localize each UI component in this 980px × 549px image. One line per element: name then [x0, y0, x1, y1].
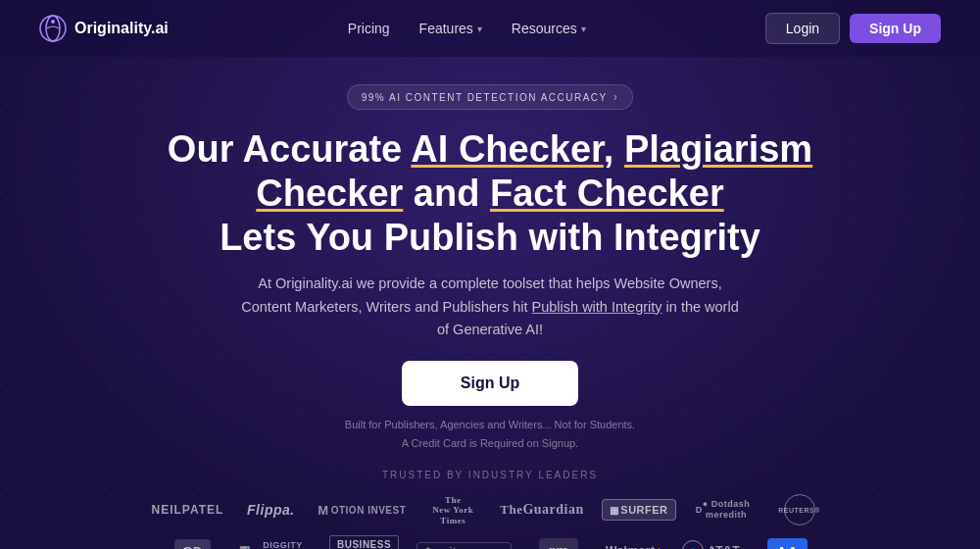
logo-gd: GD [163, 539, 221, 549]
navbar: Originality.ai Pricing Features ▾ Resour… [0, 0, 980, 57]
logos-row-2: GD 📊DIGGITYMARKETING BUSINESSINSIDER ✎ w… [39, 535, 941, 549]
logo[interactable]: Originality.ai [39, 15, 169, 42]
logo-guardian: TheGuardian [500, 502, 584, 518]
svg-point-0 [40, 16, 66, 41]
logo-diggity: 📊DIGGITYMARKETING [239, 540, 312, 549]
logo-surfer: ▦ SURFER [602, 499, 676, 521]
logo-walmart: Walmart✦ [606, 544, 664, 549]
logo-businessinsider: BUSINESSINSIDER [329, 535, 399, 549]
logo-aa: AA [759, 538, 817, 549]
login-button[interactable]: Login [765, 13, 840, 44]
signup-button-wrapper: Sign Up [39, 361, 941, 416]
logo-text: Originality.ai [74, 20, 169, 37]
badge-arrow-icon: › [613, 90, 619, 104]
logo-neilpatel: NEILPATEL [151, 503, 223, 517]
trusted-label: TRUSTED BY INDUSTRY LEADERS [39, 470, 941, 480]
nav-links: Pricing Features ▾ Resources ▾ [336, 15, 598, 42]
logos-row-1: NEILPATEL Flippa. MOTION INVEST TheNew Y… [39, 494, 941, 525]
hero-fine-print: Built for Publishers, Agencies and Write… [39, 416, 941, 452]
logo-flippa: Flippa. [241, 502, 300, 518]
resources-chevron-icon: ▾ [581, 24, 586, 34]
nav-actions: Login Sign Up [765, 13, 941, 44]
hero-subtitle: At Originality.ai we provide a complete … [235, 273, 745, 341]
hero-section: 99% AI CONTENT DETECTION ACCURACY › Our … [0, 57, 980, 452]
logo-reuters: REUTERS® [770, 494, 829, 525]
signup-nav-button[interactable]: Sign Up [850, 14, 941, 43]
nav-features[interactable]: Features ▾ [408, 15, 494, 42]
logo-dotdash: D● Dotdashmeredith [694, 499, 753, 522]
trusted-section: TRUSTED BY INDUSTRY LEADERS NEILPATEL Fl… [0, 452, 980, 549]
logo-gm: gm [529, 538, 588, 549]
signup-hero-button[interactable]: Sign Up [402, 361, 578, 406]
accuracy-badge[interactable]: 99% AI CONTENT DETECTION ACCURACY › [347, 84, 634, 110]
nav-resources[interactable]: Resources ▾ [500, 15, 598, 42]
badge-text: 99% AI CONTENT DETECTION ACCURACY [362, 92, 608, 103]
logo-nyt: TheNew YorkTimes [423, 495, 482, 525]
hero-title: Our Accurate AI Checker, Plagiarism Chec… [147, 127, 833, 259]
logo-motioninvest: MOTION INVEST [318, 503, 406, 518]
svg-point-2 [51, 20, 55, 24]
nav-pricing[interactable]: Pricing [336, 15, 402, 42]
logo-writeraccess: ✎ writeraccess [416, 542, 511, 549]
features-chevron-icon: ▾ [477, 24, 482, 34]
logo-att: 🌐 AT&T [682, 540, 741, 549]
